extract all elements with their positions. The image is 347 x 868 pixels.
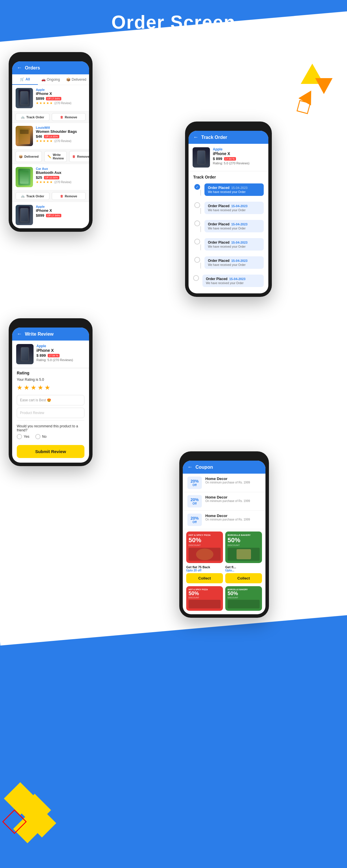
- order-item-2: LouisWill Women Shoulder Bags $46 Off 14…: [12, 123, 89, 149]
- radio-no[interactable]: No: [35, 434, 46, 439]
- track-step-5: Order Placed 15-04-2023 We have received…: [189, 253, 269, 272]
- recommend-label: Would you recommend this product to a fr…: [17, 424, 85, 432]
- star-1: ★: [36, 101, 39, 105]
- track-product-name: iPhone X: [213, 151, 250, 156]
- radio-no-circle[interactable]: [35, 434, 40, 439]
- order-item-4: Apple iPhone X $899 Off 17.94%: [12, 202, 89, 228]
- remove-btn-3[interactable]: 🗑 Remove: [52, 192, 86, 200]
- bottom-card-pizza[interactable]: HOT & SPICY PIZZA 50% DISCOUNT: [186, 586, 223, 611]
- track-order-header: ← Track Order: [189, 131, 269, 144]
- radio-yes[interactable]: Yes: [17, 434, 30, 439]
- coupon-details-1: Home Decor On minimum purchase of Rs. 19…: [205, 476, 250, 489]
- step-content-3: Order Placed 15-04-2023 We have received…: [204, 220, 264, 232]
- track-product-details: Apple iPhone X $ 899 17.94 % Rating: 5.0…: [213, 147, 250, 167]
- action-row-3: 🚲 Track Order 🗑 Remove: [12, 190, 89, 202]
- track-order-btn-1[interactable]: 🚲 Track Order: [15, 113, 50, 121]
- bottom-cards-row: HOT & SPICY PIZZA 50% DISCOUNT BORCELLE …: [183, 583, 265, 614]
- off-badge-3: Off 10.56%: [44, 176, 59, 179]
- coupon-card-bakery[interactable]: BORCELLE BAKERY 50% DISCOUNT: [225, 531, 262, 563]
- brand-1: Apple: [36, 88, 86, 91]
- reviews-3: (270 Review): [54, 181, 71, 184]
- brand-4: Apple: [36, 205, 86, 208]
- collect-section-2: Get fl... Upto... Collect: [225, 565, 262, 583]
- coupon-card-pizza[interactable]: HOT & SPICY PIZZA 50% DISCOUNT: [186, 531, 223, 563]
- remove-btn-2[interactable]: 🗑 Remove: [69, 151, 89, 162]
- tab-all[interactable]: 🛒 All: [12, 74, 38, 85]
- step-circle-1: [194, 184, 200, 190]
- review-rating: Rating: 5.0 (270 Reviews): [36, 358, 73, 362]
- reviews-2: (270 Review): [54, 140, 71, 143]
- order-img-4: [15, 205, 33, 225]
- off-badge-1: Off 17.94%: [46, 97, 61, 100]
- collect-row: Get flat 75 Back Upto 20 off Collect Get…: [183, 565, 265, 583]
- radio-yes-circle[interactable]: [17, 434, 22, 439]
- track-order-btn-3[interactable]: 🚲 Track Order: [15, 192, 50, 200]
- orders-title: Orders: [25, 65, 40, 71]
- coupon-badge-2: 20% Off: [187, 495, 202, 507]
- coupon-badge-3: 20% Off: [187, 514, 202, 526]
- order-item-1: Apple iPhone X $899 Off 17.94% ★★★★★ (27…: [12, 85, 89, 112]
- collect-btn-2[interactable]: Collect: [225, 573, 262, 583]
- step-content-5: Order Placed 15-04-2023 We have received…: [204, 256, 264, 269]
- back-arrow-icon-4[interactable]: ←: [187, 464, 193, 470]
- coupon-badge-1: 20% Off: [187, 476, 202, 489]
- price-1: $899: [36, 96, 44, 101]
- reviews-1: (270 Review): [54, 101, 71, 105]
- phone-notch-4: [213, 455, 236, 461]
- review-product-card: Apple iPhone X $ 899 17.94 % Rating: 5.0…: [12, 341, 89, 368]
- step-content-6: Order Placed 15-04-2023 We have received…: [202, 275, 264, 287]
- review-price: $ 899: [36, 353, 46, 358]
- bottom-card-bakery[interactable]: BORCELLE BAKERY 50% DISCOUNT: [225, 586, 262, 611]
- track-price: $ 899: [213, 157, 222, 161]
- order-details-3: Car Aux Bluetooth Aux $25 Off 10.56% ★★★…: [36, 167, 86, 187]
- order-item-3: Car Aux Bluetooth Aux $25 Off 10.56% ★★★…: [12, 164, 89, 190]
- orders-tabs: 🛒 All 🚗 Ongoing 📦 Delivered: [12, 74, 89, 85]
- write-review-header: ← Write Review: [12, 328, 89, 341]
- price-2: $46: [36, 134, 42, 138]
- order-img-3: [15, 167, 33, 187]
- track-order-title: Track Order: [201, 135, 227, 140]
- track-rating: Rating: 5.0 (270 Reviews): [213, 161, 250, 165]
- order-img-2: [15, 126, 33, 146]
- radio-row: Yes No: [17, 434, 85, 439]
- product-review-input[interactable]: Product Review: [17, 408, 85, 418]
- coupon-header: ← Coupon: [183, 461, 265, 474]
- phone-notch-1: [39, 56, 62, 61]
- remove-btn-1[interactable]: 🗑 Remove: [52, 113, 86, 121]
- back-arrow-icon[interactable]: ←: [17, 65, 22, 71]
- phone-notch-2: [217, 125, 240, 131]
- recommend-section: Would you recommend this product to a fr…: [12, 422, 89, 441]
- product-name-4: iPhone X: [36, 208, 86, 213]
- review-product-img: [16, 344, 34, 364]
- action-row-1: 🚲 Track Order 🗑 Remove: [12, 112, 89, 123]
- track-step-4: Order Placed 15-04-2023 We have received…: [189, 235, 269, 253]
- tab-ongoing[interactable]: 🚗 Ongoing: [38, 74, 64, 85]
- order-details-1: Apple iPhone X $899 Off 17.94% ★★★★★ (27…: [36, 88, 86, 108]
- page-title: Order Screen: [0, 11, 347, 33]
- coupon-item-1: 20% Off Home Decor On minimum purchase o…: [183, 474, 265, 492]
- write-review-btn-2[interactable]: ✏️ Write Review: [44, 151, 67, 162]
- off-badge-2: Off 14.65%: [44, 135, 59, 138]
- step-content-2: Order Placed 15-04-2023 We have received…: [204, 202, 264, 214]
- bakery-label: BORCELLE BAKERY: [228, 534, 260, 536]
- track-step-2: Order Placed 15-04-2023 We have received…: [189, 199, 269, 217]
- track-section-title: Track Order: [189, 171, 269, 181]
- delivered-btn-2[interactable]: 📦 Delivered: [15, 151, 42, 162]
- review-product-details: Apple iPhone X $ 899 17.94 % Rating: 5.0…: [36, 344, 73, 364]
- back-arrow-icon-2[interactable]: ←: [193, 134, 198, 140]
- off-badge-4: Off 17.94%: [46, 214, 61, 217]
- review-text-input[interactable]: Ease cart is Best 😍: [17, 395, 85, 405]
- submit-review-button[interactable]: Submit Review: [17, 445, 85, 458]
- brand-2: LouisWill: [36, 126, 86, 129]
- review-product-name: iPhone X: [36, 348, 73, 353]
- brand-3: Car Aux: [36, 167, 86, 170]
- track-brand: Apple: [213, 147, 250, 151]
- rating-stars[interactable]: ★ ★ ★ ★ ★: [12, 383, 89, 393]
- order-img-1: [15, 88, 33, 108]
- coupon-cards-row: HOT & SPICY PIZZA 50% DISCOUNT BORCELLE …: [183, 529, 265, 565]
- coupon-item-3: 20% Off Home Decor On minimum purchase o…: [183, 511, 265, 529]
- back-arrow-icon-3[interactable]: ←: [17, 331, 22, 337]
- track-step-6: Order Placed 15-04-2023 We have received…: [189, 272, 269, 290]
- tab-delivered[interactable]: 📦 Delivered: [63, 74, 89, 85]
- collect-btn-1[interactable]: Collect: [186, 573, 223, 583]
